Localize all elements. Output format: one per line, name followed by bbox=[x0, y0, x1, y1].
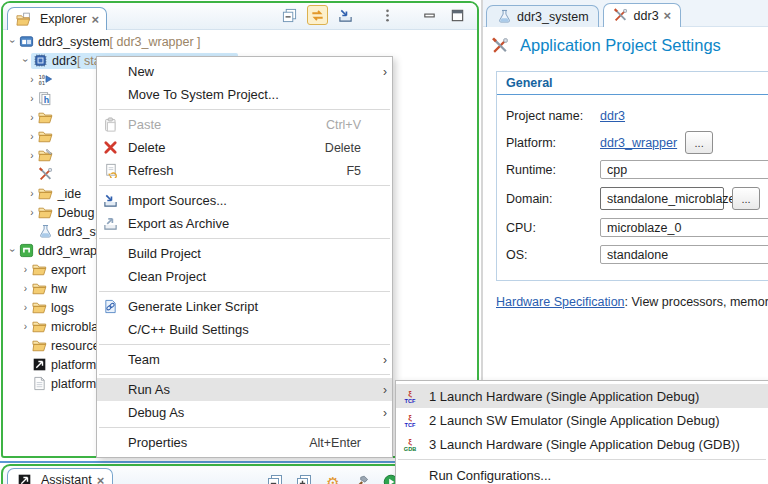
close-icon[interactable]: × bbox=[664, 9, 672, 22]
hammer-button[interactable] bbox=[352, 471, 372, 484]
menu-item-import-sources[interactable]: Import Sources... bbox=[97, 189, 392, 212]
menu-separator bbox=[97, 235, 392, 242]
tab-assistant[interactable]: Assistant × bbox=[7, 468, 113, 484]
gear-button[interactable]: ⚙ bbox=[323, 471, 343, 484]
tree-item-content: export bbox=[31, 262, 86, 278]
form-row-projectname: Project name:ddr3 bbox=[506, 102, 768, 129]
linker-icon bbox=[100, 298, 121, 315]
expand-arrow-icon[interactable]: › bbox=[27, 112, 38, 123]
menu-item-debug-as[interactable]: Debug As› bbox=[97, 401, 392, 424]
expand-arrow-icon[interactable]: › bbox=[27, 74, 38, 85]
menu-separator bbox=[97, 424, 392, 431]
explorer-icon bbox=[15, 11, 31, 27]
field-label: Project name: bbox=[506, 109, 600, 123]
menu-item-clean-project[interactable]: Clean Project bbox=[97, 265, 392, 288]
menu-item-move-to-system-project[interactable]: Move To System Project... bbox=[97, 83, 392, 106]
menu-item-label: Move To System Project... bbox=[121, 87, 376, 102]
tree-item-content: ddr3_system [ ddr3_wrapper ] bbox=[18, 34, 201, 50]
submenu-item-3-launch-hardware-single-application-debug-gdb[interactable]: ξGDB3 Launch Hardware (Single Applicatio… bbox=[396, 432, 768, 456]
ddr3-link[interactable]: ddr3 bbox=[600, 109, 625, 123]
folder-icon bbox=[31, 281, 47, 297]
cpu-input[interactable]: microblaze_0 bbox=[600, 218, 768, 237]
hardware-specification-link[interactable]: Hardware Specification bbox=[496, 295, 625, 309]
collapse-arrow-icon[interactable]: › bbox=[7, 36, 18, 47]
menu-item-build-project[interactable]: Build Project bbox=[97, 242, 392, 265]
run-as-submenu: ξTCF1 Launch Hardware (Single Applicatio… bbox=[395, 380, 768, 484]
menu-icon-placeholder bbox=[100, 434, 121, 451]
submenu-item-1-launch-hardware-single-application-debug[interactable]: ξTCF1 Launch Hardware (Single Applicatio… bbox=[396, 384, 768, 408]
tab-ddr3-system[interactable]: ddr3_system bbox=[486, 5, 599, 27]
menu-item-team[interactable]: Team› bbox=[97, 348, 392, 371]
view-menu-button[interactable] bbox=[377, 5, 398, 25]
menu-item-c-c-build-settings[interactable]: C/C++ Build Settings bbox=[97, 318, 392, 341]
minimize-button[interactable] bbox=[419, 5, 440, 25]
expand-arrow-icon[interactable]: › bbox=[27, 207, 38, 218]
expand-arrow-icon[interactable]: › bbox=[27, 131, 38, 142]
page-title-text: Application Project Settings bbox=[520, 36, 721, 55]
tree-item-ddr3-system[interactable]: ›ddr3_system [ ddr3_wrapper ] bbox=[3, 32, 477, 51]
menu-item-export-as-archive[interactable]: Export as Archive bbox=[97, 212, 392, 235]
platform-icon bbox=[18, 243, 34, 259]
browse-button[interactable]: ... bbox=[732, 187, 760, 210]
binaries-icon: 1001 bbox=[38, 72, 54, 88]
menu-item-refresh[interactable]: RefreshF5 bbox=[97, 159, 392, 182]
tools-icon bbox=[613, 8, 629, 24]
submenu-arrow-icon: › bbox=[376, 353, 387, 367]
menu-item-label: Clean Project bbox=[121, 269, 376, 284]
expand-arrow-icon[interactable]: › bbox=[27, 93, 38, 104]
svg-text:ξ: ξ bbox=[408, 413, 412, 422]
menu-icon-placeholder bbox=[100, 351, 121, 368]
menu-item-generate-linker-script[interactable]: Generate Linker Script bbox=[97, 295, 392, 318]
form-row-platform: Platform:ddr3_wrapper... bbox=[506, 129, 768, 156]
submenu-item-2-launch-sw-emulator-single-application-debug[interactable]: ξTCF2 Launch SW Emulator (Single Applica… bbox=[396, 408, 768, 432]
menu-separator bbox=[97, 371, 392, 378]
menu-icon-placeholder bbox=[100, 245, 121, 262]
submenu-arrow-icon: › bbox=[376, 383, 387, 397]
runtime-input[interactable]: cpp bbox=[600, 160, 768, 179]
os-input[interactable]: standalone bbox=[600, 245, 768, 264]
menu-item-new[interactable]: New› bbox=[97, 60, 392, 83]
collapse-all-button[interactable] bbox=[265, 471, 285, 484]
explorer-tab-label: Explorer bbox=[40, 12, 87, 26]
menu-item-delete[interactable]: DeleteDelete bbox=[97, 136, 392, 159]
expand-arrow-icon[interactable]: › bbox=[20, 264, 31, 275]
tree-item-decoration: [ ddr3_wrapper ] bbox=[110, 35, 201, 49]
ddr3_wrapper-link[interactable]: ddr3_wrapper bbox=[600, 136, 677, 150]
expand-arrow-icon[interactable]: › bbox=[20, 283, 31, 294]
hardware-spec-text: : View processors, memory bbox=[625, 295, 768, 309]
expand-arrow-icon[interactable]: › bbox=[27, 188, 38, 199]
menu-item-properties[interactable]: PropertiesAlt+Enter bbox=[97, 431, 392, 454]
close-icon[interactable]: × bbox=[92, 13, 100, 26]
domain-input[interactable]: standalone_microblaze_0 bbox=[600, 187, 724, 210]
maximize-button[interactable] bbox=[447, 5, 468, 25]
expand-arrow-icon[interactable]: › bbox=[27, 150, 38, 161]
collapse-all-button[interactable] bbox=[279, 5, 300, 25]
link-with-editor-button[interactable] bbox=[307, 5, 328, 25]
tree-item-label: hw bbox=[51, 282, 67, 296]
browse-button[interactable]: ... bbox=[685, 131, 713, 154]
menu-item-paste[interactable]: PasteCtrl+V bbox=[97, 113, 392, 136]
svg-text:GDB: GDB bbox=[403, 446, 415, 452]
expand-arrow-icon[interactable]: › bbox=[20, 321, 31, 332]
collapse-arrow-icon[interactable]: › bbox=[7, 245, 18, 256]
menu-item-label: C/C++ Build Settings bbox=[121, 322, 376, 337]
collapse-arrow-icon[interactable]: › bbox=[20, 55, 31, 66]
menu-item-accelerator: F5 bbox=[346, 164, 376, 178]
expand-all-button[interactable] bbox=[294, 471, 314, 484]
tree-item-label: _ide bbox=[58, 187, 82, 201]
expand-arrow-icon[interactable]: › bbox=[20, 302, 31, 313]
import-button[interactable] bbox=[335, 5, 356, 25]
menu-icon-placeholder bbox=[100, 86, 121, 103]
tab-explorer[interactable]: Explorer × bbox=[7, 7, 107, 30]
refresh-icon bbox=[100, 162, 121, 179]
tree-item-content bbox=[38, 148, 58, 164]
tcf-icon: ξTCF bbox=[399, 388, 420, 405]
close-icon[interactable]: × bbox=[97, 474, 105, 484]
submenu-item-run-configurations[interactable]: Run Configurations... bbox=[396, 463, 768, 484]
menu-item-run-as[interactable]: Run As› bbox=[97, 378, 392, 401]
assistant-tab-label: Assistant bbox=[41, 473, 92, 484]
tab-ddr3[interactable]: ddr3 × bbox=[603, 3, 682, 27]
folder-icon bbox=[38, 129, 54, 145]
explorer-toolbar bbox=[279, 5, 477, 29]
menu-icon-placeholder bbox=[100, 404, 121, 421]
